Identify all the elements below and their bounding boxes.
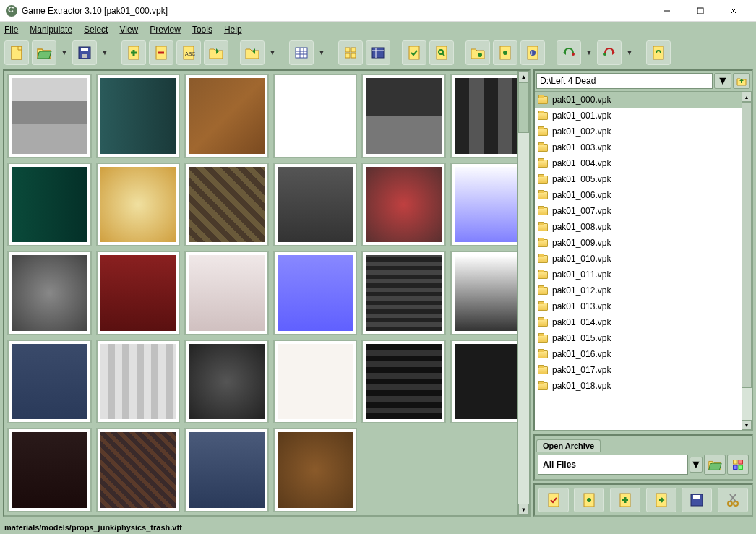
close-button[interactable] — [717, 0, 750, 22]
file-item[interactable]: pak01_013.vpk — [535, 298, 742, 314]
menu-select[interactable]: Select — [84, 25, 108, 35]
doc-gear-button[interactable] — [574, 488, 604, 512]
table-view-button[interactable] — [289, 40, 314, 65]
file-item[interactable]: pak01_004.vpk — [535, 155, 742, 171]
menu-preview[interactable]: Preview — [150, 25, 181, 35]
open-button[interactable] — [32, 40, 56, 65]
filter-input[interactable] — [538, 455, 688, 475]
redo-button[interactable] — [597, 40, 622, 65]
thumbnail[interactable] — [361, 340, 446, 424]
file-scrollbar[interactable]: ▲▼ — [742, 91, 752, 430]
open-archive-button[interactable] — [704, 455, 726, 475]
undo-dropdown[interactable]: ▼ — [584, 40, 594, 65]
grid-archive-button[interactable] — [727, 455, 749, 475]
select-all-button[interactable] — [402, 40, 426, 65]
redo-dropdown[interactable]: ▼ — [624, 40, 635, 65]
table-dropdown[interactable]: ▼ — [317, 40, 327, 65]
import-dropdown[interactable]: ▼ — [267, 40, 278, 65]
import-button[interactable] — [240, 40, 265, 65]
menu-file[interactable]: File — [4, 25, 18, 35]
menu-help[interactable]: Help — [224, 25, 242, 35]
thumbnail[interactable] — [96, 74, 181, 158]
thumbnail[interactable] — [273, 163, 358, 247]
refresh-button[interactable] — [646, 40, 671, 65]
file-item[interactable]: pak01_015.vpk — [535, 330, 742, 346]
export-button[interactable] — [204, 40, 228, 65]
gear-folder-button[interactable] — [465, 40, 490, 65]
thumbnail[interactable] — [273, 74, 358, 158]
file-item[interactable]: pak01_001.vpk — [535, 108, 742, 124]
file-item[interactable]: pak01_008.vpk — [535, 219, 742, 235]
file-item[interactable]: pak01_010.vpk — [535, 251, 742, 267]
gear-button[interactable] — [493, 40, 517, 65]
rename-button[interactable]: ABC — [176, 40, 201, 65]
file-item[interactable]: pak01_011.vpk — [535, 267, 742, 283]
thumbnail[interactable] — [361, 74, 446, 158]
open-dropdown[interactable]: ▼ — [59, 40, 69, 65]
menu-tools[interactable]: Tools — [192, 25, 212, 35]
save-button[interactable] — [72, 40, 97, 65]
file-item[interactable]: pak01_003.vpk — [535, 139, 742, 155]
save-dropdown[interactable]: ▼ — [100, 40, 110, 65]
info-button[interactable]: i — [520, 40, 545, 65]
thumbnail[interactable] — [7, 340, 92, 424]
doc-check-button[interactable] — [538, 488, 569, 512]
doc-arrow-button[interactable] — [646, 488, 676, 512]
grid-view-button[interactable] — [338, 40, 363, 65]
grid-scrollbar[interactable]: ▲ ▼ — [517, 71, 529, 515]
file-item[interactable]: pak01_007.vpk — [535, 203, 742, 219]
minimize-button[interactable] — [650, 0, 684, 22]
path-dropdown[interactable]: ▼ — [714, 73, 731, 89]
up-folder-button[interactable] — [733, 73, 750, 89]
remove-button[interactable] — [149, 40, 173, 65]
thumbnail[interactable] — [450, 163, 517, 247]
thumbnail[interactable] — [184, 428, 269, 512]
thumbnail[interactable] — [361, 251, 446, 335]
thumbnail[interactable] — [450, 74, 517, 158]
thumbnail[interactable] — [273, 251, 358, 335]
path-input[interactable] — [536, 73, 713, 89]
thumbnail[interactable] — [96, 251, 181, 335]
thumbnail[interactable] — [184, 163, 269, 247]
cut-button[interactable] — [718, 488, 748, 512]
add-button[interactable] — [121, 40, 146, 65]
thumbnail[interactable] — [361, 163, 446, 247]
thumbnail[interactable] — [7, 428, 92, 512]
file-item[interactable]: pak01_012.vpk — [535, 283, 742, 298]
filter-dropdown[interactable]: ▼ — [690, 457, 703, 473]
file-item[interactable]: pak01_009.vpk — [535, 235, 742, 251]
thumbnail[interactable] — [273, 340, 358, 424]
thumbnail[interactable] — [96, 340, 181, 424]
search-button[interactable] — [429, 40, 454, 65]
tab-open-archive[interactable]: Open Archive — [536, 439, 601, 452]
menu-manipulate[interactable]: Manipulate — [30, 25, 72, 35]
file-item[interactable]: pak01_014.vpk — [535, 314, 742, 330]
thumbnail[interactable] — [450, 340, 517, 424]
file-item[interactable]: pak01_002.vpk — [535, 124, 742, 139]
thumbnail[interactable] — [96, 163, 181, 247]
thumbnail[interactable] — [184, 251, 269, 335]
thumbnail[interactable] — [273, 428, 358, 512]
thumbnail[interactable] — [7, 74, 92, 158]
file-item[interactable]: pak01_006.vpk — [535, 187, 742, 203]
menu-view[interactable]: View — [119, 25, 138, 35]
thumbnail[interactable] — [184, 340, 269, 424]
file-item[interactable]: pak01_016.vpk — [535, 346, 742, 362]
doc-plus-button[interactable] — [610, 488, 640, 512]
file-item[interactable]: pak01_017.vpk — [535, 362, 742, 378]
save-archive-button[interactable] — [682, 488, 712, 512]
thumbnail[interactable] — [7, 163, 92, 247]
thumbnail[interactable] — [450, 251, 517, 335]
thumbnail[interactable] — [96, 428, 181, 512]
thumbnail[interactable] — [7, 251, 92, 335]
scroll-down-icon[interactable]: ▼ — [518, 504, 529, 515]
maximize-button[interactable] — [684, 0, 717, 22]
file-item[interactable]: pak01_000.vpk — [535, 92, 742, 108]
scroll-up-icon[interactable]: ▲ — [518, 71, 529, 82]
thumbnail[interactable] — [184, 74, 269, 158]
file-item[interactable]: pak01_005.vpk — [535, 171, 742, 187]
undo-button[interactable] — [557, 40, 581, 65]
file-item[interactable]: pak01_018.vpk — [535, 378, 742, 394]
tree-view-button[interactable] — [366, 40, 390, 65]
new-button[interactable] — [4, 40, 29, 65]
